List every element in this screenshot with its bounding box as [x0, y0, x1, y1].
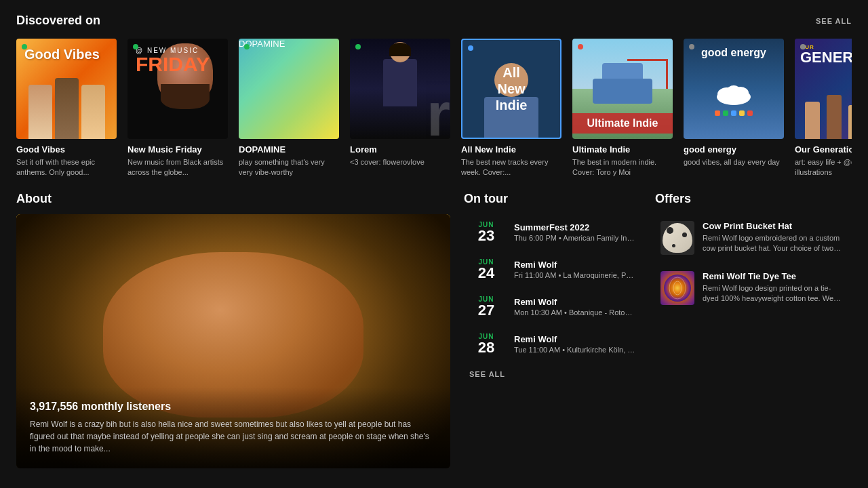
event-date-3: JUN 28 — [469, 333, 503, 355]
playlist-desc-nmf: New music from Black artists across the … — [127, 157, 228, 178]
goodenergy-cloud — [713, 82, 754, 116]
discovered-header: Discovered on SEE ALL — [16, 14, 852, 28]
good-vibes-people — [16, 64, 117, 139]
event-name-0: SummerFest 2022 — [514, 222, 636, 232]
playlist-name-ourgen: Our Generation — [795, 144, 852, 155]
offer-info-tie-dye: Remi Wolf Tie Dye Tee Remi Wolf logo des… — [703, 271, 846, 304]
tour-event-2[interactable]: JUN 27 Remi Wolf Mon 10:30 AM • Botaniqu… — [464, 289, 642, 325]
dopamine-cover-text: DOPAMINE — [239, 39, 339, 49]
event-name-1: Remi Wolf — [514, 260, 636, 270]
event-day-2: 27 — [469, 303, 503, 318]
playlist-desc-good-vibes: Set it off with these epic anthems. Only… — [16, 157, 117, 178]
nmf-labels: @ NEW MUSIC FRIDAY — [136, 47, 210, 75]
gv-person-2 — [55, 78, 79, 139]
playlist-card-allnewindie[interactable]: All New Indie All New Indie The best new… — [461, 39, 561, 178]
ourgen-title: GENERATION — [800, 50, 852, 65]
discovered-title: Discovered on — [16, 14, 100, 28]
event-date-0: JUN 23 — [469, 221, 503, 243]
playlist-card-goodenergy[interactable]: good energy — [684, 39, 784, 178]
offer-thumb-tie-dye — [660, 271, 694, 305]
tour-event-3[interactable]: JUN 28 Remi Wolf Tue 11:00 AM • Kulturki… — [464, 326, 642, 362]
playlist-cover-goodenergy: good energy — [684, 39, 784, 139]
lorem-person-body — [383, 59, 417, 106]
goodenergy-cover-title: good energy — [684, 47, 784, 59]
offer-name-tie-dye: Remi Wolf Tie Dye Tee — [703, 271, 846, 281]
tour-see-all-link[interactable]: SEE ALL — [464, 365, 511, 384]
playlist-card-ultimateindie[interactable]: Ultimate Indie Ultimate Indie The best i… — [572, 39, 673, 178]
tour-event-0[interactable]: JUN 23 SummerFest 2022 Thu 6:00 PM • Ame… — [464, 214, 642, 250]
page-container: Discovered on SEE ALL Good Vibes Good Vi… — [0, 0, 868, 488]
event-name-3: Remi Wolf — [514, 334, 636, 344]
ultimateindie-cover-text: Ultimate Indie — [575, 117, 670, 129]
offer-item-tie-dye[interactable]: Remi Wolf Tie Dye Tee Remi Wolf logo des… — [655, 264, 852, 312]
playlist-name-goodenergy: good energy — [684, 144, 784, 155]
dot-indicator-good-vibes — [22, 44, 27, 49]
playlist-desc-goodenergy: good vibes, all day every day — [684, 157, 784, 167]
about-section: About 3,917,556 monthly listeners Remi W… — [16, 192, 450, 468]
about-bio: Remi Wolf is a crazy bih but is also hel… — [30, 418, 437, 455]
nmf-label-friday: FRIDAY — [136, 54, 210, 75]
playlist-card-good-vibes[interactable]: Good Vibes Good Vibes Set it off with th… — [16, 39, 117, 178]
event-name-2: Remi Wolf — [514, 297, 636, 307]
event-info-2: Mon 10:30 AM • Botanique - Rotonde, Brus… — [514, 308, 636, 317]
offer-thumb-cow-hat — [660, 221, 694, 255]
playlist-name-allnewindie: All New Indie — [461, 144, 561, 155]
discovered-see-all-link[interactable]: SEE ALL — [816, 17, 852, 25]
playlist-name-dopamine: DOPAMINE — [239, 144, 339, 155]
offer-item-cow-hat[interactable]: Cow Print Bucket Hat Remi Wolf logo embr… — [655, 214, 852, 262]
playlist-desc-dopamine: play something that's very very vibe-wor… — [239, 157, 339, 178]
offers-section: Offers Cow Print Bucket Hat Remi Wolf lo… — [655, 192, 852, 468]
playlist-name-ultimateindie: Ultimate Indie — [572, 144, 673, 155]
gv-person-3 — [81, 85, 105, 139]
dot-indicator-nmf — [133, 44, 138, 49]
event-details-3: Remi Wolf Tue 11:00 AM • Kulturkirche Kö… — [514, 334, 636, 354]
event-day-1: 24 — [469, 266, 503, 281]
bridge — [627, 59, 667, 89]
playlist-card-dopamine[interactable]: DOPAMINE DOPAMINE play something that's … — [239, 39, 339, 178]
playlist-desc-lorem: <3 cover: flowerovlove — [350, 157, 450, 167]
playlist-name-lorem: Lorem — [350, 144, 450, 155]
offer-desc-tie-dye: Remi Wolf logo design printed on a tie-d… — [703, 283, 846, 304]
event-info-3: Tue 11:00 AM • Kulturkirche Köln, KÖLN-N… — [514, 346, 636, 354]
tour-event-1[interactable]: JUN 24 Remi Wolf Fri 11:00 AM • La Maroq… — [464, 251, 642, 287]
playlist-cover-good-vibes: Good Vibes — [16, 39, 117, 139]
event-details-1: Remi Wolf Fri 11:00 AM • La Maroquinerie… — [514, 260, 636, 279]
event-info-1: Fri 11:00 AM • La Maroquinerie, Paris — [514, 271, 636, 279]
dot-indicator-ourgen — [800, 44, 806, 49]
playlist-cover-nmf: @ NEW MUSIC FRIDAY — [127, 39, 228, 139]
playlists-row: Good Vibes Good Vibes Set it off with th… — [16, 39, 852, 178]
offer-info-cow-hat: Cow Print Bucket Hat Remi Wolf logo embr… — [703, 221, 846, 254]
playlist-desc-allnewindie: The best new tracks every week. Cover:..… — [461, 157, 561, 178]
offers-title: Offers — [655, 192, 852, 206]
dot-indicator-lorem — [355, 44, 361, 49]
ourgen-header: OUR GENERATION — [800, 44, 852, 65]
playlist-cover-ultimateindie: Ultimate Indie — [572, 39, 673, 139]
about-overlay: 3,917,556 monthly listeners Remi Wolf is… — [16, 387, 450, 468]
nmf-beard — [161, 84, 210, 109]
event-day-0: 23 — [469, 228, 503, 243]
playlist-cover-ourgen: OUR GENERATION EAST LIFE — [795, 39, 852, 139]
playlist-card-nmf[interactable]: @ NEW MUSIC FRIDAY New Music Friday New … — [127, 39, 228, 178]
playlist-name-nmf: New Music Friday — [127, 144, 228, 155]
dot-indicator-allnewindie — [468, 45, 473, 51]
playlist-name-good-vibes: Good Vibes — [16, 144, 117, 155]
dot-indicator-dopamine — [244, 44, 250, 49]
playlist-cover-dopamine: DOPAMINE — [239, 39, 339, 139]
event-day-3: 28 — [469, 340, 503, 355]
good-vibes-cover-title: Good Vibes — [24, 47, 100, 62]
playlist-desc-ourgen: art: easy life + @doolittle illustration… — [795, 157, 852, 178]
event-date-1: JUN 24 — [469, 258, 503, 281]
playlist-card-lorem[interactable]: r Lorem <3 cover: flowerovlove — [350, 39, 450, 178]
on-tour-section: On tour JUN 23 SummerFest 2022 Thu 6:00 … — [464, 192, 642, 468]
about-image-container: 3,917,556 monthly listeners Remi Wolf is… — [16, 214, 450, 468]
tiedye-icon — [664, 274, 691, 302]
monthly-listeners: 3,917,556 monthly listeners — [30, 401, 437, 413]
on-tour-title: On tour — [464, 192, 642, 206]
about-title: About — [16, 192, 450, 206]
offer-desc-cow-hat: Remi Wolf logo embroidered on a custom c… — [703, 233, 846, 254]
svg-point-3 — [727, 85, 741, 96]
svg-point-4 — [664, 274, 691, 302]
playlist-card-ourgen[interactable]: OUR GENERATION EAST LIFE Our Generation … — [795, 39, 852, 178]
dot-indicator-ultimateindie — [578, 44, 583, 49]
ourgen-people — [795, 84, 852, 139]
